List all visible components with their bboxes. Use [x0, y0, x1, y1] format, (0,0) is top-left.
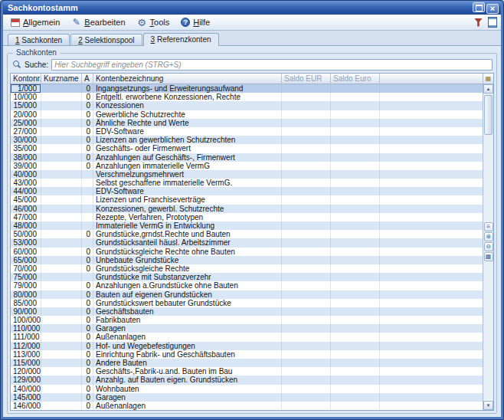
- column-header-a[interactable]: A: [82, 74, 93, 84]
- cell-saldo-euro: [331, 376, 380, 384]
- cell-kurzname: [41, 393, 82, 402]
- table-row[interactable]: 1/000 0 Ingangsetzungs- und Erweiterungs…: [11, 84, 483, 93]
- toolbar-button-tools[interactable]: Tools: [132, 15, 175, 29]
- cell-filler: [380, 393, 483, 402]
- table-row[interactable]: 44/000 EDV-Software: [11, 187, 483, 195]
- cell-kontonr: 60/000: [11, 248, 41, 256]
- table-row[interactable]: 60/000 0 Grundstücksgleiche Rechte ohne …: [11, 248, 483, 256]
- table-row[interactable]: 30/000 0 Lizenzen an gewerblichen Schutz…: [11, 136, 483, 144]
- window-button[interactable]: [473, 2, 485, 12]
- table-header: Kontonr. ▲ Kurzname A Kontenbezeichnung …: [11, 74, 483, 84]
- cell-saldo-eur: [282, 307, 331, 316]
- cell-automatik: 0: [82, 281, 93, 290]
- table-row[interactable]: 10/000 0 Entgeltl. erworbene Konzessione…: [11, 93, 483, 101]
- table-row[interactable]: 50/000 0 Grundstücke,grndst.Rechte und B…: [11, 230, 483, 238]
- content-panel: Sachkonten Suche: Kontonr. ▲ Kurzname A …: [3, 45, 501, 417]
- toolbar-button-allgemein[interactable]: Allgemein: [5, 15, 65, 29]
- cell-saldo-euro: [331, 144, 380, 153]
- search-input[interactable]: [51, 59, 493, 71]
- column-header-kurzname[interactable]: Kurzname: [41, 74, 82, 84]
- table-row[interactable]: 110/000 0 Garagen: [11, 324, 483, 333]
- table-row[interactable]: 100/000 0 Fabrikbauten: [11, 316, 483, 324]
- cell-automatik: 0: [82, 299, 93, 307]
- cell-kontenbezeichnung: Lizenzen an gewerblichen Schutzrechten: [93, 136, 282, 144]
- cell-saldo-eur: [282, 153, 331, 162]
- table-row[interactable]: 15/000 0 Konzessionen: [11, 101, 483, 110]
- table-row[interactable]: 75/000 Grundstücke mit Substanzverzehr: [11, 273, 483, 281]
- table-row[interactable]: 47/000 Rezepte, Verfahren, Prototypen: [11, 213, 483, 221]
- cell-kontenbezeichnung: Anzahlungen a.Grundstücke ohne Bauten: [93, 281, 282, 290]
- table-row[interactable]: 39/000 0 Anzahlungen immaterielle VermG: [11, 162, 483, 170]
- table-row[interactable]: 40/000 Verschmelzungsmehrwert: [11, 170, 483, 179]
- funnel-icon[interactable]: [472, 16, 485, 29]
- table-row[interactable]: 45/000 Lizenzen und Franchiseverträge: [11, 195, 483, 204]
- table-body[interactable]: 1/000 0 Ingangsetzungs- und Erweiterungs…: [11, 84, 483, 410]
- scrollbar-thumb[interactable]: [484, 95, 493, 135]
- zoom-in-icon[interactable]: [484, 232, 493, 241]
- scrollbar-down-button[interactable]: ▼: [483, 401, 493, 410]
- table-row[interactable]: 70/000 0 Grundstücksgleiche Rechte: [11, 264, 483, 273]
- columns-icon[interactable]: [484, 252, 493, 261]
- cell-saldo-euro: [331, 385, 380, 393]
- grid-main: Kontonr. ▲ Kurzname A Kontenbezeichnung …: [11, 74, 483, 410]
- table-row[interactable]: 111/000 0 Außenanlagen: [11, 333, 483, 341]
- tab-referenzkonten[interactable]: 3 Referenzkonten: [143, 33, 219, 46]
- cell-kontonr: 113/000: [11, 350, 41, 359]
- document-icon[interactable]: [486, 16, 499, 29]
- cell-filler: [380, 376, 483, 384]
- table-row[interactable]: 20/000 0 Gewerbliche Schutzrechte: [11, 110, 483, 119]
- column-chooser-icon[interactable]: ▦: [483, 74, 493, 84]
- cell-filler: [380, 136, 483, 144]
- pencil-icon: [71, 18, 81, 28]
- column-header-kontonr[interactable]: Kontonr. ▲: [11, 74, 41, 84]
- cell-saldo-eur: [282, 316, 331, 324]
- zoom-out-icon[interactable]: [484, 242, 493, 251]
- table-row[interactable]: 35/000 0 Geschäfts- oder Firmenwert: [11, 144, 483, 153]
- table-row[interactable]: 25/000 0 Ähnliche Rechte und Werte: [11, 119, 483, 127]
- tab-sachkonten[interactable]: 1 Sachkonten: [8, 34, 70, 46]
- cell-kontenbezeichnung: Fabrikbauten: [93, 316, 282, 324]
- table-row[interactable]: 79/000 0 Anzahlungen a.Grundstücke ohne …: [11, 281, 483, 290]
- table-row[interactable]: 113/000 0 Einrichtung Fabrik- und Geschä…: [11, 350, 483, 359]
- cell-kontonr: 110/000: [11, 324, 41, 333]
- cell-kontenbezeichnung: Konzessionen, gewerbl. Schutzrechte: [93, 205, 282, 213]
- cell-kontenbezeichnung: Grundstücke,grndst.Rechte und Bauten: [93, 230, 282, 238]
- table-row[interactable]: 120/000 0 Geschäfts-,Fabrik-u.and. Baute…: [11, 367, 483, 376]
- table-row[interactable]: 27/000 0 EDV-Software: [11, 127, 483, 136]
- menu-icon[interactable]: [484, 222, 493, 231]
- cell-saldo-euro: [331, 136, 380, 144]
- grid-side-strip: ▦ ▲ ▼: [483, 74, 493, 410]
- table-row[interactable]: 65/000 0 Unbebaute Grundstücke: [11, 256, 483, 264]
- toolbar-button-hilfe[interactable]: Hilfe: [175, 15, 215, 29]
- toolbar-button-bearbeiten[interactable]: Bearbeiten: [66, 15, 130, 29]
- scrollbar-up-button[interactable]: ▲: [483, 84, 493, 94]
- titlebar[interactable]: Sachkontostamm: [3, 1, 501, 15]
- table-row[interactable]: 145/000 0 Garagen: [11, 393, 483, 402]
- column-header-saldo-eur[interactable]: Saldo EUR: [282, 74, 331, 84]
- scrollbar-track[interactable]: [483, 94, 493, 401]
- table-row[interactable]: 140/000 0 Wohnbauten: [11, 385, 483, 393]
- cell-kontonr: 38/000: [11, 153, 41, 162]
- cell-saldo-eur: [282, 359, 331, 367]
- table-row[interactable]: 46/000 Konzessionen, gewerbl. Schutzrech…: [11, 205, 483, 213]
- table-row[interactable]: 48/000 Immaterielle VermG in Entwicklung: [11, 221, 483, 230]
- column-header-kontenbezeichnung[interactable]: Kontenbezeichnung: [93, 74, 282, 84]
- tab-selektionspool[interactable]: 2 Selektionspool: [70, 34, 142, 46]
- table-row[interactable]: 80/000 0 Bauten auf eigenen Grundstücken: [11, 290, 483, 299]
- cell-kontenbezeichnung: Immaterielle VermG in Entwicklung: [93, 221, 282, 230]
- cell-saldo-eur: [282, 195, 331, 204]
- column-header-saldo-euro[interactable]: Saldo Euro: [331, 74, 380, 84]
- table-row[interactable]: 90/000 0 Geschäftsbauten: [11, 307, 483, 316]
- column-header-filler: [380, 74, 483, 84]
- table-row[interactable]: 38/000 0 Anzahlungen auf Geschäfts-, Fir…: [11, 153, 483, 162]
- table-row[interactable]: 129/000 0 Anzahlg. auf Bauten eigen. Gru…: [11, 376, 483, 384]
- table-row[interactable]: 112/000 0 Hof- und Wegebefestigungen: [11, 342, 483, 350]
- table-row[interactable]: 115/000 0 Andere Bauten: [11, 359, 483, 367]
- table-row[interactable]: 146/000 0 Außenanlagen: [11, 402, 483, 410]
- help-icon: [181, 18, 190, 27]
- table-row[interactable]: 53/000 Grundstücksanteil häusl. Arbeitsz…: [11, 238, 483, 247]
- cell-filler: [380, 273, 483, 281]
- table-row[interactable]: 43/000 Selbst geschaffene immaterielle V…: [11, 179, 483, 187]
- table-row[interactable]: 85/000 0 Grundstückswert bebauter Grunds…: [11, 299, 483, 307]
- close-button[interactable]: [486, 4, 499, 14]
